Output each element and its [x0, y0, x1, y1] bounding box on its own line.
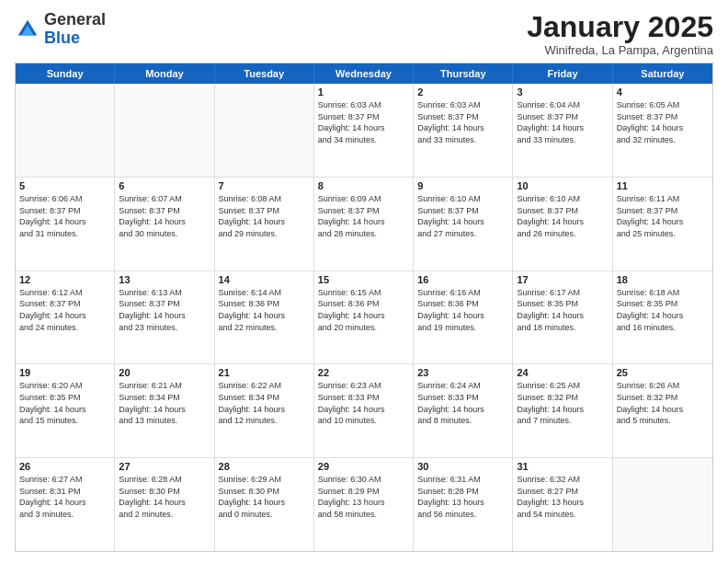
calendar-day-8: 8Sunrise: 6:09 AMSunset: 8:37 PMDaylight… — [314, 178, 414, 270]
calendar-day-9: 9Sunrise: 6:10 AMSunset: 8:37 PMDaylight… — [414, 178, 513, 270]
calendar-day-1: 1Sunrise: 6:03 AMSunset: 8:37 PMDaylight… — [314, 84, 414, 177]
calendar-day-27: 27Sunrise: 6:28 AMSunset: 8:30 PMDayligh… — [115, 458, 214, 551]
cell-info-line: Sunrise: 6:20 AM — [19, 380, 110, 392]
day-number: 25 — [617, 367, 709, 378]
weekday-header-thursday: Thursday — [414, 63, 513, 84]
calendar-empty-cell — [16, 84, 115, 177]
calendar-body: 1Sunrise: 6:03 AMSunset: 8:37 PMDaylight… — [16, 84, 712, 551]
cell-info-line: Sunset: 8:28 PM — [417, 486, 508, 498]
calendar-row-5: 26Sunrise: 6:27 AMSunset: 8:31 PMDayligh… — [16, 457, 712, 551]
cell-info-line: Sunset: 8:33 PM — [318, 392, 409, 404]
calendar-day-28: 28Sunrise: 6:29 AMSunset: 8:30 PMDayligh… — [215, 458, 314, 551]
cell-info-line: and 13 minutes. — [119, 415, 210, 427]
logo-blue: Blue — [44, 29, 80, 47]
cell-info-line: and 5 minutes. — [617, 415, 709, 427]
calendar-day-17: 17Sunrise: 6:17 AMSunset: 8:35 PMDayligh… — [513, 271, 612, 364]
day-number: 27 — [119, 461, 210, 472]
day-number: 16 — [417, 274, 508, 285]
calendar-day-22: 22Sunrise: 6:23 AMSunset: 8:33 PMDayligh… — [314, 364, 414, 457]
calendar-day-25: 25Sunrise: 6:26 AMSunset: 8:32 PMDayligh… — [613, 364, 712, 457]
cell-info-line: Sunset: 8:37 PM — [517, 111, 608, 123]
cell-info-line: Sunrise: 6:21 AM — [119, 380, 210, 392]
cell-info-line: Sunrise: 6:11 AM — [617, 193, 709, 205]
header: General Blue January 2025 Winifreda, La … — [15, 11, 713, 57]
cell-info-line: Sunset: 8:37 PM — [617, 111, 709, 123]
cell-info-line: Sunrise: 6:10 AM — [517, 193, 608, 205]
cell-info-line: Daylight: 14 hours — [19, 404, 110, 416]
cell-info-line: Sunrise: 6:18 AM — [617, 287, 709, 299]
cell-info-line: Daylight: 14 hours — [318, 404, 409, 416]
cell-info-line: Sunrise: 6:09 AM — [318, 193, 409, 205]
cell-info-line: Sunrise: 6:32 AM — [517, 474, 608, 486]
cell-info-line: Daylight: 14 hours — [19, 497, 110, 509]
calendar-day-12: 12Sunrise: 6:12 AMSunset: 8:37 PMDayligh… — [16, 271, 115, 364]
day-number: 12 — [19, 274, 110, 285]
day-number: 3 — [517, 86, 608, 98]
cell-info-line: Sunset: 8:30 PM — [119, 486, 210, 498]
calendar-day-15: 15Sunrise: 6:15 AMSunset: 8:36 PMDayligh… — [314, 271, 414, 364]
cell-info-line: Sunrise: 6:29 AM — [219, 474, 310, 486]
calendar-day-23: 23Sunrise: 6:24 AMSunset: 8:33 PMDayligh… — [414, 364, 513, 457]
page: General Blue January 2025 Winifreda, La … — [0, 0, 728, 563]
cell-info-line: and 8 minutes. — [417, 415, 508, 427]
day-number: 26 — [19, 461, 110, 472]
cell-info-line: Sunrise: 6:04 AM — [517, 99, 608, 111]
day-number: 2 — [417, 86, 508, 98]
cell-info-line: Sunset: 8:36 PM — [417, 298, 508, 310]
cell-info-line: Sunset: 8:37 PM — [219, 205, 310, 217]
cell-info-line: Sunset: 8:31 PM — [19, 486, 110, 498]
cell-info-line: Daylight: 13 hours — [517, 497, 608, 509]
calendar-day-29: 29Sunrise: 6:30 AMSunset: 8:29 PMDayligh… — [314, 458, 414, 551]
logo-icon — [15, 17, 40, 42]
cell-info-line: Sunrise: 6:15 AM — [318, 287, 409, 299]
calendar: SundayMondayTuesdayWednesdayThursdayFrid… — [15, 63, 713, 552]
day-number: 11 — [617, 180, 709, 191]
cell-info-line: and 56 minutes. — [417, 509, 508, 521]
cell-info-line: Sunrise: 6:14 AM — [219, 287, 310, 299]
cell-info-line: Daylight: 14 hours — [517, 404, 608, 416]
calendar-day-2: 2Sunrise: 6:03 AMSunset: 8:37 PMDaylight… — [414, 84, 513, 177]
cell-info-line: Daylight: 14 hours — [617, 310, 709, 322]
day-number: 9 — [417, 180, 508, 191]
day-number: 20 — [119, 367, 210, 378]
cell-info-line: and 22 minutes. — [219, 322, 310, 334]
calendar-day-7: 7Sunrise: 6:08 AMSunset: 8:37 PMDaylight… — [215, 178, 314, 270]
cell-info-line: Sunset: 8:33 PM — [417, 392, 508, 404]
day-number: 17 — [517, 274, 608, 285]
cell-info-line: Daylight: 14 hours — [417, 216, 508, 228]
day-number: 28 — [219, 461, 310, 472]
cell-info-line: and 3 minutes. — [19, 509, 110, 521]
cell-info-line: Sunrise: 6:23 AM — [318, 380, 409, 392]
cell-info-line: Daylight: 14 hours — [517, 122, 608, 134]
cell-info-line: Sunrise: 6:30 AM — [318, 474, 409, 486]
cell-info-line: and 33 minutes. — [417, 134, 508, 146]
cell-info-line: Daylight: 14 hours — [318, 310, 409, 322]
cell-info-line: Sunrise: 6:08 AM — [219, 193, 310, 205]
cell-info-line: Sunrise: 6:06 AM — [19, 193, 110, 205]
cell-info-line: Sunset: 8:37 PM — [617, 205, 709, 217]
cell-info-line: Daylight: 14 hours — [517, 216, 608, 228]
cell-info-line: and 31 minutes. — [19, 228, 110, 240]
cell-info-line: Sunset: 8:37 PM — [119, 298, 210, 310]
logo-text: General Blue — [44, 11, 106, 48]
title-block: January 2025 Winifreda, La Pampa, Argent… — [527, 11, 713, 57]
calendar-day-4: 4Sunrise: 6:05 AMSunset: 8:37 PMDaylight… — [613, 84, 712, 177]
cell-info-line: Sunrise: 6:03 AM — [417, 99, 508, 111]
cell-info-line: Sunset: 8:37 PM — [318, 205, 409, 217]
day-number: 13 — [119, 274, 210, 285]
day-number: 24 — [517, 367, 608, 378]
cell-info-line: Daylight: 14 hours — [219, 404, 310, 416]
day-number: 5 — [19, 180, 110, 191]
cell-info-line: and 28 minutes. — [318, 228, 409, 240]
cell-info-line: Daylight: 14 hours — [19, 310, 110, 322]
cell-info-line: and 25 minutes. — [617, 228, 709, 240]
cell-info-line: Daylight: 14 hours — [417, 404, 508, 416]
cell-info-line: Sunset: 8:37 PM — [119, 205, 210, 217]
cell-info-line: and 16 minutes. — [617, 322, 709, 334]
cell-info-line: Sunset: 8:35 PM — [517, 298, 608, 310]
cell-info-line: and 54 minutes. — [517, 509, 608, 521]
calendar-day-13: 13Sunrise: 6:13 AMSunset: 8:37 PMDayligh… — [115, 271, 214, 364]
day-number: 4 — [617, 86, 709, 98]
cell-info-line: Daylight: 14 hours — [119, 497, 210, 509]
calendar-day-14: 14Sunrise: 6:14 AMSunset: 8:36 PMDayligh… — [215, 271, 314, 364]
